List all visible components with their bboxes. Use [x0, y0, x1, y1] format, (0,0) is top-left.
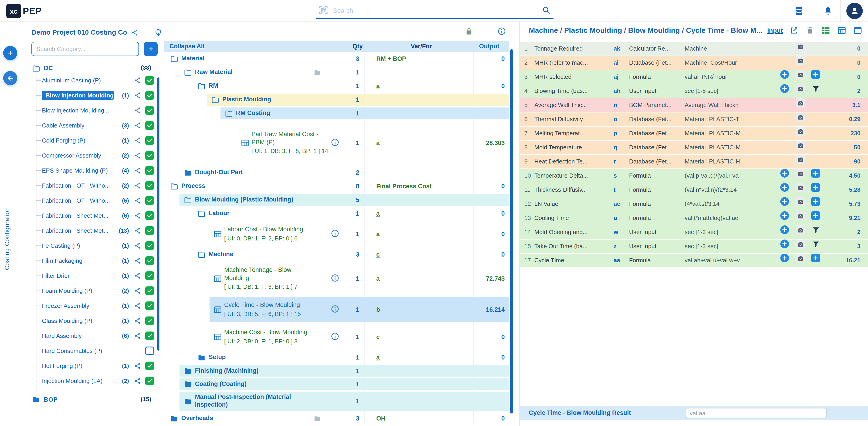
var-value[interactable]: a [376, 83, 380, 90]
folder-icon[interactable] [31, 64, 40, 73]
app-logo[interactable]: xc PEP [6, 4, 42, 18]
tree-param-row[interactable]: Cycle Time - Blow Moulding[ UI: 3, DB: 5… [164, 296, 515, 323]
share-icon[interactable] [132, 301, 142, 310]
share-icon[interactable] [132, 226, 142, 235]
parameter-row[interactable]: 17Cycle TImeaaFormulaval.ah+val.u+val.w+… [520, 254, 868, 267]
var-value[interactable]: c [376, 251, 380, 258]
costing-configuration-tab[interactable]: Costing Configuration [4, 207, 10, 270]
category-count[interactable]: (4) [122, 167, 129, 174]
parameter-row[interactable]: 15Take Out Time (ba...zUser Inputsec [1-… [520, 239, 868, 253]
category-label[interactable]: Injection Moulding (LA) [42, 378, 102, 384]
sync-settings-icon[interactable] [153, 26, 163, 36]
category-count[interactable]: (2) [122, 378, 129, 384]
folder-icon[interactable] [197, 250, 206, 259]
category-label[interactable]: Fabrication - OT - Witho... [42, 182, 110, 189]
add-category-button[interactable] [144, 42, 158, 56]
parameter-row[interactable]: 3MHR selectedajFormulaval.ai INR/ hour0 [520, 70, 868, 84]
tree-folder-row[interactable]: RM1a0 [164, 79, 515, 93]
tree-folder-row[interactable]: Raw Material1 [164, 66, 515, 79]
category-count[interactable]: (1) [122, 318, 129, 324]
category-item[interactable]: EPS Shape Moulding (P)(4) [24, 163, 161, 178]
open-in-new-icon[interactable] [789, 26, 799, 35]
tree-folder-label[interactable]: RM Costing [236, 109, 270, 117]
info-icon[interactable] [497, 27, 506, 36]
add-box-icon[interactable] [811, 254, 820, 262]
category-checkbox[interactable] [145, 91, 154, 100]
tree-folder-label[interactable]: Bought-Out Part [195, 169, 243, 176]
share-icon[interactable] [132, 376, 142, 386]
parameter-row[interactable]: 12LN ValueacFormula(4*val.s)/3.145.73 [520, 197, 868, 211]
add-icon[interactable] [780, 70, 789, 79]
tree-folder-label[interactable]: Manual Post-Inspection (Material Inspect… [195, 393, 304, 409]
parameter-row[interactable]: 7Melting Temperat...pDatabase (Fet...Mat… [520, 127, 868, 140]
category-checkbox[interactable] [145, 166, 154, 175]
category-item[interactable]: Foam Moulding (P)(2) [24, 283, 161, 298]
tree-folder-row[interactable]: Overheads3OH0 [164, 412, 515, 425]
root-folder-label[interactable]: DC [44, 64, 53, 71]
funnel-icon[interactable] [811, 225, 820, 234]
camera-icon[interactable] [796, 84, 805, 93]
parameter-row[interactable]: 6Thermal DiffusivityoDatabase (Fet...Mat… [520, 112, 868, 126]
add-icon[interactable] [780, 197, 789, 206]
add-box-icon[interactable] [811, 183, 820, 192]
category-label[interactable]: Hot Forging (P) [42, 362, 83, 369]
category-item[interactable]: Hot Forging (P)(1) [24, 358, 161, 373]
info-icon[interactable] [331, 229, 339, 239]
category-label[interactable]: Hard Assembly [42, 332, 82, 339]
add-box-icon[interactable] [811, 197, 820, 206]
category-item[interactable]: Aluminium Casting (P) [24, 73, 161, 88]
folder-icon[interactable] [183, 366, 192, 375]
folder-icon[interactable] [197, 209, 206, 218]
category-count[interactable]: (1) [122, 272, 129, 279]
sidebar-scrollbar[interactable] [157, 77, 159, 351]
share-icon[interactable] [132, 211, 142, 220]
category-label[interactable]: Fabrication - Sheet Met... [42, 227, 108, 234]
var-value[interactable]: a [376, 210, 380, 217]
share-icon[interactable] [132, 316, 142, 325]
folder-icon[interactable] [197, 81, 206, 91]
camera-icon[interactable] [796, 70, 805, 79]
tree-param-row[interactable]: Part Raw Material Cost - PBM (P)[ UI: 1,… [164, 120, 515, 166]
category-count[interactable]: (2) [122, 152, 129, 159]
database-icon[interactable] [794, 5, 804, 17]
tree-folder-row[interactable]: Bought-Out Part2 [164, 166, 515, 179]
share-icon[interactable] [132, 136, 142, 145]
folder-icon[interactable] [183, 68, 192, 77]
category-item[interactable]: Fabrication - Sheet Met...(6) [24, 208, 161, 223]
category-label[interactable]: Blow Injection Moulding [42, 91, 114, 100]
category-item[interactable]: Film Packaging(1) [24, 253, 161, 268]
category-count[interactable]: (1) [122, 303, 129, 309]
parameter-row[interactable]: 14Mold Opening and...wUser Inputsec [1-3… [520, 225, 868, 239]
parameter-row[interactable]: 4Blowing Time (bas...ahUser Inputsec [1-… [520, 84, 868, 98]
param-name[interactable]: Cycle Time - Blow Moulding [224, 301, 301, 309]
tree-folder-label[interactable]: Coating (Coating) [195, 380, 246, 388]
camera-icon[interactable] [796, 127, 805, 136]
share-icon[interactable] [132, 361, 142, 370]
category-item[interactable]: Cold Forging (P)(1) [24, 133, 161, 148]
category-item[interactable]: Glass Moulding (P)(1) [24, 313, 161, 328]
category-count[interactable]: (2) [122, 288, 129, 294]
category-item[interactable]: Freezer Assembly(1) [24, 298, 161, 313]
category-checkbox[interactable] [145, 376, 154, 385]
category-label[interactable]: Cable Assembly [42, 122, 84, 129]
parameter-row[interactable]: 13Cooling TimeuFormulaval.t*math.log(val… [520, 211, 868, 225]
camera-icon[interactable] [796, 56, 805, 65]
calculator-icon[interactable] [241, 138, 250, 148]
category-checkbox[interactable] [145, 226, 154, 235]
param-name[interactable]: Part Raw Material Cost - PBM (P) [251, 130, 329, 146]
tree-folder-row[interactable]: Machine3c0 [164, 248, 515, 261]
info-icon[interactable] [331, 332, 339, 342]
category-checkbox[interactable] [145, 151, 154, 160]
tree-folder-label[interactable]: RM [209, 82, 218, 90]
category-item[interactable]: Cable Assembly(3) [24, 118, 161, 133]
tree-folder-row[interactable]: Manual Post-Inspection (Material Inspect… [164, 391, 515, 412]
tree-folder-label[interactable]: Plastic Moulding [222, 96, 271, 104]
tree-folder-label[interactable]: Machine [209, 251, 233, 258]
category-checkbox[interactable] [145, 362, 154, 370]
result-input[interactable] [686, 408, 827, 418]
share-icon[interactable] [132, 241, 142, 250]
tree-folder-row[interactable]: Labour1a0 [164, 207, 515, 220]
add-box-icon[interactable] [811, 169, 820, 177]
tree-folder-row[interactable]: RM Costing1 [164, 106, 515, 120]
category-label[interactable]: Hard Consumables (P) [42, 348, 102, 354]
